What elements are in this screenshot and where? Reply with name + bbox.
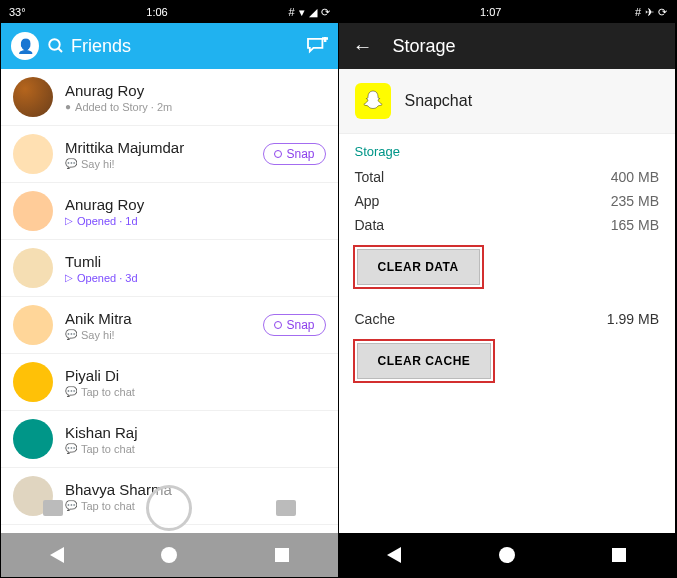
- status-icons: # ▾ ◢ ⟳: [288, 6, 329, 19]
- kv-value: 400 MB: [611, 169, 659, 185]
- snapchat-friends-screen: 33° 1:06 # ▾ ◢ ⟳ 👤 Friends + Anurag Roy●…: [1, 1, 339, 577]
- storage-rows: Total400 MBApp235 MBData165 MB: [339, 165, 676, 237]
- friend-row[interactable]: Kishan Raj💬Tap to chat: [1, 411, 338, 468]
- capture-button[interactable]: [146, 485, 192, 531]
- status-icon: ▷: [65, 272, 73, 283]
- friend-avatar[interactable]: [13, 77, 53, 117]
- status-icon: ▷: [65, 215, 73, 226]
- search-icon: [47, 37, 65, 55]
- friend-subtext: 💬Say hi!: [65, 158, 251, 170]
- stories-tab-icon[interactable]: [276, 500, 296, 516]
- clear-cache-button[interactable]: CLEAR CACHE: [357, 343, 492, 379]
- friend-row[interactable]: Anurag Roy●Added to Story · 2m: [1, 69, 338, 126]
- cache-label: Cache: [355, 311, 395, 327]
- status-text: Opened · 3d: [77, 272, 138, 284]
- snap-label: Snap: [286, 147, 314, 161]
- status-text: Added to Story · 2m: [75, 101, 172, 113]
- refresh-icon: ⟳: [658, 6, 667, 19]
- home-icon[interactable]: [161, 547, 177, 563]
- snapchat-app-icon: [355, 83, 391, 119]
- cache-row: Cache 1.99 MB: [339, 297, 676, 331]
- status-text: Tap to chat: [81, 386, 135, 398]
- friend-name: Anik Mitra: [65, 310, 251, 327]
- chat-tab-icon[interactable]: [43, 500, 63, 516]
- friend-info: Mrittika Majumdar💬Say hi!: [65, 139, 251, 170]
- friends-list[interactable]: Anurag Roy●Added to Story · 2mMrittika M…: [1, 69, 338, 533]
- status-temperature: 33°: [9, 6, 26, 18]
- recents-icon[interactable]: [275, 548, 289, 562]
- friend-row[interactable]: Mrittika Majumdar💬Say hi!Snap: [1, 126, 338, 183]
- friend-info: Anik Mitra💬Say hi!: [65, 310, 251, 341]
- friend-name: Piyali Di: [65, 367, 326, 384]
- kv-value: 235 MB: [611, 193, 659, 209]
- back-icon[interactable]: [387, 547, 401, 563]
- wifi-icon: ▾: [299, 6, 305, 19]
- snap-circle-icon: [274, 150, 282, 158]
- status-text: Opened · 1d: [77, 215, 138, 227]
- clear-data-button[interactable]: CLEAR DATA: [357, 249, 480, 285]
- snap-button[interactable]: Snap: [263, 314, 325, 336]
- status-icon: 💬: [65, 386, 77, 397]
- app-row[interactable]: Snapchat: [339, 69, 676, 134]
- new-chat-icon[interactable]: +: [306, 37, 328, 55]
- kv-key: Data: [355, 217, 385, 233]
- back-arrow-icon[interactable]: ←: [353, 35, 373, 58]
- friend-row[interactable]: Anik Mitra💬Say hi!Snap: [1, 297, 338, 354]
- status-bar: 1:07 # ✈ ⟳: [339, 1, 676, 23]
- clear-cache-highlight: CLEAR CACHE: [353, 339, 496, 383]
- friend-subtext: 💬Tap to chat: [65, 443, 326, 455]
- search-area[interactable]: Friends: [47, 36, 306, 57]
- status-text: Tap to chat: [81, 443, 135, 455]
- friend-info: Tumli▷Opened · 3d: [65, 253, 326, 284]
- snap-button[interactable]: Snap: [263, 143, 325, 165]
- status-text: Say hi!: [81, 158, 115, 170]
- status-text: Say hi!: [81, 329, 115, 341]
- friend-avatar[interactable]: [13, 248, 53, 288]
- home-icon[interactable]: [499, 547, 515, 563]
- android-nav-bar: [339, 533, 676, 577]
- friend-avatar[interactable]: [13, 362, 53, 402]
- app-name: Snapchat: [405, 92, 473, 110]
- friend-info: Kishan Raj💬Tap to chat: [65, 424, 326, 455]
- status-icon: 💬: [65, 329, 77, 340]
- svg-point-0: [49, 39, 60, 50]
- friend-name: Kishan Raj: [65, 424, 326, 441]
- status-time: 1:07: [347, 6, 635, 18]
- friends-header: 👤 Friends +: [1, 23, 338, 69]
- svg-text:+: +: [322, 37, 327, 44]
- svg-line-1: [58, 48, 62, 52]
- status-icon: ●: [65, 101, 71, 112]
- search-label: Friends: [71, 36, 131, 57]
- snap-circle-icon: [274, 321, 282, 329]
- friend-name: Anurag Roy: [65, 82, 326, 99]
- kv-key: App: [355, 193, 380, 209]
- android-nav-bar: [1, 533, 338, 577]
- storage-kv-row: App235 MB: [339, 189, 676, 213]
- signal-icon: ◢: [309, 6, 317, 19]
- friend-row[interactable]: Piyali Di💬Tap to chat: [1, 354, 338, 411]
- snap-bottom-bar: [1, 483, 338, 533]
- friend-info: Anurag Roy▷Opened · 1d: [65, 196, 326, 227]
- friend-avatar[interactable]: [13, 305, 53, 345]
- friend-subtext: ●Added to Story · 2m: [65, 101, 326, 113]
- friend-avatar[interactable]: [13, 191, 53, 231]
- storage-header: ← Storage: [339, 23, 676, 69]
- page-title: Storage: [393, 36, 456, 57]
- friend-subtext: ▷Opened · 1d: [65, 215, 326, 227]
- android-storage-screen: 1:07 # ✈ ⟳ ← Storage Snapchat Storage To…: [339, 1, 677, 577]
- friend-subtext: ▷Opened · 3d: [65, 272, 326, 284]
- status-icon: 💬: [65, 443, 77, 454]
- recents-icon[interactable]: [612, 548, 626, 562]
- status-bar: 33° 1:06 # ▾ ◢ ⟳: [1, 1, 338, 23]
- back-icon[interactable]: [50, 547, 64, 563]
- friend-avatar[interactable]: [13, 134, 53, 174]
- storage-section-label: Storage: [339, 134, 676, 165]
- airplane-icon: ✈: [645, 6, 654, 19]
- friend-info: Anurag Roy●Added to Story · 2m: [65, 82, 326, 113]
- friend-row[interactable]: Tumli▷Opened · 3d: [1, 240, 338, 297]
- profile-avatar[interactable]: 👤: [11, 32, 39, 60]
- friend-row[interactable]: Anurag Roy▷Opened · 1d: [1, 183, 338, 240]
- clear-data-highlight: CLEAR DATA: [353, 245, 484, 289]
- friend-info: Piyali Di💬Tap to chat: [65, 367, 326, 398]
- friend-avatar[interactable]: [13, 419, 53, 459]
